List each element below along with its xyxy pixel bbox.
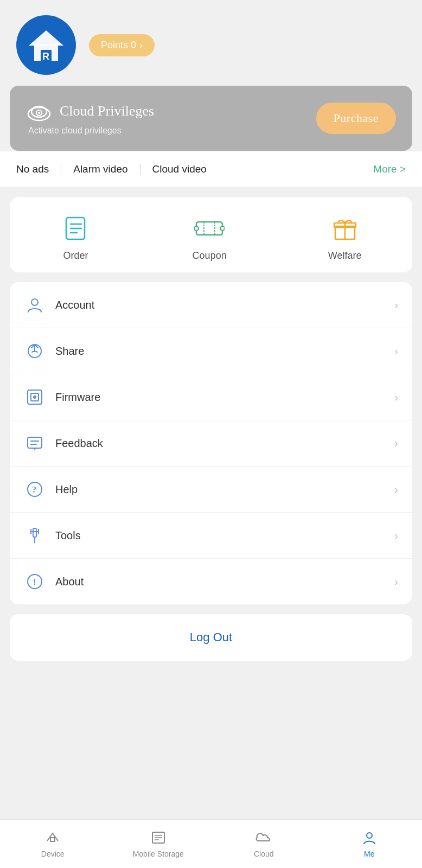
nav-cloud-label: Cloud: [254, 850, 274, 858]
cloud-privilege-icon: [26, 101, 52, 122]
actions-card: Order Coupon: [10, 197, 412, 272]
account-icon: [24, 294, 46, 316]
order-action[interactable]: Order: [61, 213, 91, 261]
me-icon: [361, 830, 378, 847]
menu-item-tools[interactable]: Tools ›: [10, 513, 412, 559]
about-chevron-icon: ›: [394, 576, 398, 588]
menu-item-feedback[interactable]: Feedback ›: [10, 420, 412, 467]
share-chevron-icon: ›: [394, 345, 398, 358]
cloud-banner-title: Cloud Privileges: [60, 103, 154, 119]
svg-marker-0: [29, 30, 63, 46]
account-chevron-icon: ›: [394, 299, 398, 311]
firmware-icon: [24, 386, 46, 408]
order-label: Order: [63, 250, 88, 261]
coupon-label: Coupon: [193, 250, 227, 261]
actions-row: Order Coupon: [10, 213, 412, 261]
help-icon: ?: [24, 478, 46, 500]
menu-item-account[interactable]: Account ›: [10, 282, 412, 328]
nav-item-cloud[interactable]: Cloud: [211, 820, 317, 868]
about-label: About: [55, 576, 394, 588]
svg-text:?: ?: [32, 485, 36, 494]
cloud-icon: [254, 830, 273, 847]
welfare-action[interactable]: Welfare: [328, 213, 362, 261]
menu-item-about[interactable]: ! About ›: [10, 559, 412, 604]
mobile-storage-icon: [150, 830, 167, 847]
svg-point-7: [38, 112, 40, 114]
welfare-icon: [330, 213, 360, 244]
feedback-label: Feedback: [55, 437, 394, 450]
menu-item-share[interactable]: Share ›: [10, 328, 412, 374]
firmware-label: Firmware: [55, 391, 394, 404]
svg-text:!: !: [33, 577, 36, 586]
svg-point-20: [31, 299, 38, 305]
menu-item-help[interactable]: ? Help ›: [10, 467, 412, 513]
app-logo: R: [16, 15, 76, 75]
help-chevron-icon: ›: [394, 483, 398, 496]
logout-card[interactable]: Log Out: [10, 614, 412, 661]
coupon-action[interactable]: Coupon: [193, 213, 227, 261]
account-label: Account: [55, 299, 394, 311]
nav-item-mobile-storage[interactable]: Mobile Storage: [106, 820, 212, 868]
cloud-banner-title-row: Cloud Privileges: [26, 101, 154, 122]
tools-icon: [24, 525, 46, 546]
feedback-chevron-icon: ›: [394, 437, 398, 450]
feature-divider-1: [61, 164, 61, 175]
tools-chevron-icon: ›: [394, 529, 398, 542]
svg-rect-25: [28, 437, 42, 448]
svg-text:R: R: [42, 51, 49, 62]
help-label: Help: [55, 483, 394, 496]
more-link[interactable]: More >: [373, 163, 406, 175]
nav-item-device[interactable]: Device: [0, 820, 106, 868]
feature-divider-2: [140, 164, 140, 175]
share-icon: [24, 340, 46, 362]
nav-me-label: Me: [364, 850, 374, 858]
features-row: No ads Alarm video Cloud video More >: [0, 151, 422, 187]
svg-point-42: [367, 833, 372, 838]
bottom-nav: Device Mobile Storage Cloud Me: [0, 819, 422, 868]
device-icon: [44, 830, 61, 847]
points-chevron-icon: ›: [139, 40, 143, 51]
points-badge[interactable]: Points 0 ›: [89, 34, 155, 56]
points-label: Points 0: [101, 40, 136, 51]
svg-point-24: [33, 395, 36, 399]
svg-rect-12: [196, 222, 222, 235]
cloud-banner: Cloud Privileges Activate cloud privileg…: [10, 86, 412, 151]
svg-rect-37: [50, 838, 55, 841]
cloud-banner-subtitle: Activate cloud privileges: [26, 126, 154, 136]
about-icon: !: [24, 571, 46, 592]
menu-item-firmware[interactable]: Firmware ›: [10, 374, 412, 420]
coupon-icon: [194, 213, 225, 244]
menu-card: Account › Share ›: [10, 282, 412, 604]
nav-item-me[interactable]: Me: [317, 820, 423, 868]
tools-label: Tools: [55, 529, 394, 542]
purchase-button[interactable]: Purchase: [316, 103, 396, 134]
header: R Points 0 ›: [0, 0, 422, 86]
svg-point-15: [194, 226, 199, 231]
logout-label: Log Out: [190, 630, 232, 644]
feature-no-ads: No ads: [16, 163, 49, 175]
share-label: Share: [55, 345, 394, 358]
svg-point-16: [220, 226, 225, 231]
cloud-banner-left: Cloud Privileges Activate cloud privileg…: [26, 101, 154, 136]
nav-device-label: Device: [41, 850, 65, 858]
welfare-label: Welfare: [328, 250, 362, 261]
feedback-icon: [24, 432, 46, 454]
order-icon: [61, 213, 91, 244]
feature-cloud-video: Cloud video: [152, 163, 207, 175]
nav-mobile-storage-label: Mobile Storage: [133, 850, 184, 858]
svg-rect-30: [33, 528, 36, 537]
firmware-chevron-icon: ›: [394, 391, 398, 404]
feature-alarm-video: Alarm video: [73, 163, 127, 175]
